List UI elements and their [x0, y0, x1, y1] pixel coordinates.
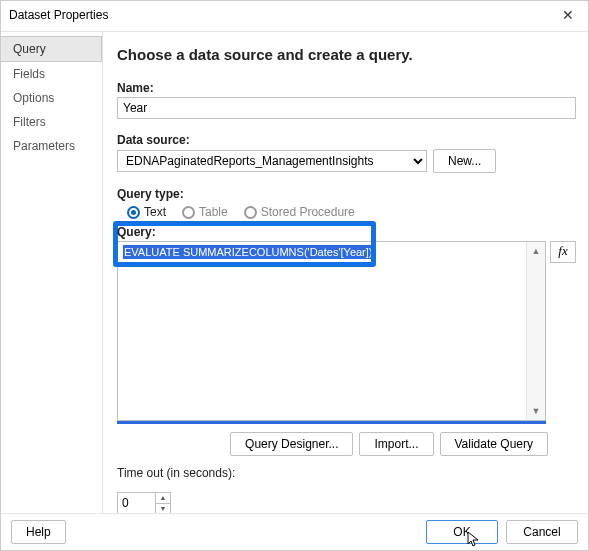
name-input[interactable] — [117, 97, 576, 119]
query-focus-underline — [117, 421, 546, 424]
spinner-arrows: ▲ ▼ — [155, 492, 171, 513]
import-button[interactable]: Import... — [359, 432, 433, 456]
ok-button[interactable]: OK — [426, 520, 498, 544]
sidebar-item-query[interactable]: Query — [1, 36, 102, 62]
validate-query-button[interactable]: Validate Query — [440, 432, 549, 456]
query-scrollbar[interactable]: ▲ ▼ — [526, 241, 546, 421]
radio-text[interactable]: Text — [127, 205, 166, 219]
scroll-down-icon[interactable]: ▼ — [527, 402, 545, 420]
query-action-buttons: Query Designer... Import... Validate Que… — [117, 432, 548, 456]
sidebar: Query Fields Options Filters Parameters — [1, 32, 103, 513]
dialog-footer: Help OK Cancel — [1, 513, 588, 550]
help-button[interactable]: Help — [11, 520, 66, 544]
dataset-properties-dialog: Dataset Properties ✕ Query Fields Option… — [0, 0, 589, 551]
radio-table[interactable]: Table — [182, 205, 228, 219]
datasource-label: Data source: — [117, 133, 576, 147]
timeout-input[interactable] — [117, 492, 155, 513]
radio-dot-icon — [244, 206, 257, 219]
timeout-spinner[interactable]: ▲ ▼ — [117, 492, 171, 513]
sidebar-item-options[interactable]: Options — [1, 86, 102, 110]
new-datasource-button[interactable]: New... — [433, 149, 496, 173]
page-heading: Choose a data source and create a query. — [117, 46, 576, 63]
scroll-track[interactable] — [527, 260, 545, 402]
querytype-radios: Text Table Stored Procedure — [127, 205, 576, 219]
expression-fx-button[interactable]: fx — [550, 241, 576, 263]
query-text-selection: EVALUATE SUMMARIZECOLUMNS('Dates'[Year]) — [123, 245, 374, 259]
dialog-body: Query Fields Options Filters Parameters … — [1, 32, 588, 513]
radio-dot-icon — [182, 206, 195, 219]
sidebar-item-parameters[interactable]: Parameters — [1, 134, 102, 158]
name-label: Name: — [117, 81, 576, 95]
close-icon[interactable]: ✕ — [556, 5, 580, 25]
spinner-down-icon[interactable]: ▼ — [156, 504, 170, 514]
query-textarea[interactable]: EVALUATE SUMMARIZECOLUMNS('Dates'[Year]) — [117, 241, 526, 421]
window-title: Dataset Properties — [9, 8, 108, 22]
spinner-up-icon[interactable]: ▲ — [156, 493, 170, 504]
query-label: Query: — [117, 225, 576, 239]
timeout-label: Time out (in seconds): — [117, 466, 576, 480]
sidebar-item-filters[interactable]: Filters — [1, 110, 102, 134]
query-section: Query: EVALUATE SUMMARIZECOLUMNS('Dates'… — [117, 225, 576, 424]
datasource-select[interactable]: EDNAPaginatedReports_ManagementInsights — [117, 150, 427, 172]
titlebar: Dataset Properties ✕ — [1, 1, 588, 32]
main-panel: Choose a data source and create a query.… — [103, 32, 588, 513]
sidebar-item-fields[interactable]: Fields — [1, 62, 102, 86]
radio-dot-icon — [127, 206, 140, 219]
scroll-up-icon[interactable]: ▲ — [527, 242, 545, 260]
query-designer-button[interactable]: Query Designer... — [230, 432, 353, 456]
radio-stored-procedure[interactable]: Stored Procedure — [244, 205, 355, 219]
querytype-label: Query type: — [117, 187, 576, 201]
cancel-button[interactable]: Cancel — [506, 520, 578, 544]
